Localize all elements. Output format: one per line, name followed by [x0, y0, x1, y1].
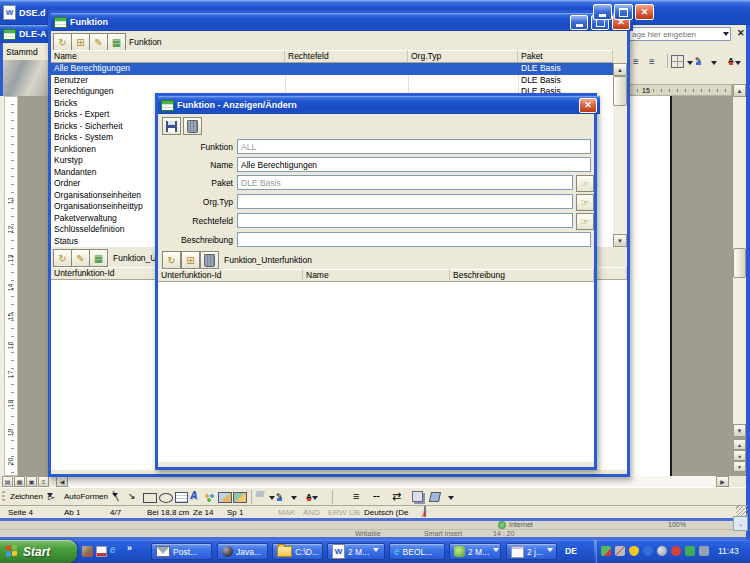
name-field[interactable]	[237, 157, 591, 172]
font-color-icon[interactable]	[306, 492, 312, 501]
list-scroll-down-icon[interactable]: ▼	[613, 234, 627, 247]
view-outline-icon[interactable]: ≡	[38, 476, 49, 487]
taskbar-button-group-2m[interactable]: 2 M...	[449, 543, 501, 560]
orgtyp-lookup-button[interactable]	[576, 194, 594, 211]
chevron-down-icon[interactable]: ⌄	[733, 516, 748, 531]
browse-object-icon[interactable]: ●	[733, 450, 746, 461]
dle-tab[interactable]: Stammd	[0, 43, 48, 60]
taskbar-button-word[interactable]: 2 M...	[327, 543, 385, 560]
taskbar-button-group-2j[interactable]: 2 j...	[506, 543, 557, 560]
clock[interactable]: 11:43	[718, 546, 739, 556]
dash-style-icon[interactable]	[373, 490, 380, 503]
dle-titlebar[interactable]: DLE-A	[0, 25, 54, 43]
taskbar-button-beol[interactable]: BEOL...	[389, 543, 445, 560]
scroll-down-icon[interactable]: ▼	[733, 424, 746, 437]
close-icon[interactable]	[579, 98, 597, 113]
quicklaunch-overflow-icon[interactable]: »	[127, 543, 132, 553]
list-scrollbar-thumb[interactable]	[613, 76, 627, 106]
scroll-left-icon[interactable]: ◀	[56, 476, 68, 487]
table-row[interactable]: BenutzerDLE Basis	[51, 75, 613, 87]
arrow-icon[interactable]	[128, 491, 136, 501]
view-weblayout-icon[interactable]: ▦	[14, 476, 25, 487]
tray-icon-8[interactable]	[699, 546, 709, 556]
beschreibung-field[interactable]	[237, 232, 591, 247]
tray-icon-1[interactable]	[601, 546, 611, 556]
wordart-icon[interactable]	[190, 490, 197, 501]
increase-indent-icon[interactable]	[649, 56, 655, 67]
delete-row-button[interactable]	[200, 251, 219, 269]
add-icon[interactable]	[71, 33, 90, 51]
column-header-paket[interactable]: Paket	[518, 50, 613, 63]
line-style-icon[interactable]	[353, 490, 358, 502]
taskbar-button-explorer[interactable]: C:\D...	[272, 543, 323, 560]
tray-icon-7[interactable]	[685, 546, 695, 556]
borders-icon[interactable]	[671, 55, 684, 68]
maximize-icon[interactable]	[614, 4, 633, 20]
hscroll-track[interactable]	[68, 476, 716, 487]
taskbar-button-post[interactable]: Post...	[151, 543, 212, 560]
highlight-dropdown-icon[interactable]	[711, 61, 717, 68]
column-header-name[interactable]: Name	[51, 50, 285, 63]
select-pointer-icon[interactable]: ▻	[44, 490, 59, 504]
browse-next-icon[interactable]: ▼	[733, 461, 746, 472]
edit-icon[interactable]	[71, 249, 90, 267]
view-printlayout-icon[interactable]: ▣	[26, 476, 37, 487]
table-icon[interactable]	[107, 33, 126, 51]
table-row[interactable]: Alle BerechtigungenDLE Basis	[51, 63, 613, 75]
oval-icon[interactable]	[159, 493, 173, 503]
toolbar-options-icon[interactable]	[448, 496, 454, 503]
tray-icon-5[interactable]	[657, 546, 667, 556]
scroll-up-icon[interactable]: ▲	[733, 84, 746, 97]
diagram-icon[interactable]	[204, 493, 215, 502]
column-header-unterfunktion-id[interactable]: Unterfunktion-Id	[158, 269, 303, 282]
close-icon[interactable]	[635, 4, 654, 20]
line-color-icon[interactable]	[276, 491, 283, 501]
tray-icon-6[interactable]	[671, 546, 681, 556]
refresh-icon[interactable]	[53, 249, 72, 267]
delete-button[interactable]	[183, 117, 202, 135]
highlight-icon[interactable]	[695, 55, 702, 65]
minimize-icon[interactable]	[570, 15, 588, 30]
add-icon[interactable]	[181, 251, 200, 269]
scrollbar-thumb[interactable]	[733, 248, 746, 278]
line-icon[interactable]	[113, 491, 118, 501]
orgtyp-field[interactable]	[237, 194, 573, 209]
column-header-beschreibung[interactable]: Beschreibung	[450, 269, 594, 282]
font-color-icon[interactable]	[728, 56, 734, 65]
shadow-style-icon[interactable]	[412, 491, 423, 502]
tray-icon-3[interactable]	[629, 546, 639, 556]
threed-style-icon[interactable]	[429, 492, 441, 502]
toolbar-handle[interactable]	[2, 491, 5, 503]
picture-icon[interactable]	[233, 492, 247, 503]
fill-color-dropdown-icon[interactable]	[269, 496, 275, 503]
decrease-indent-icon[interactable]	[633, 56, 639, 67]
clipart-icon[interactable]	[218, 492, 232, 503]
scroll-right-icon[interactable]: ▶	[716, 476, 729, 487]
tray-icon-2[interactable]	[615, 546, 625, 556]
view-normal-icon[interactable]: ▤	[2, 476, 13, 487]
borders-dropdown-icon[interactable]	[687, 61, 693, 68]
save-button[interactable]	[162, 117, 181, 135]
dialog-titlebar[interactable]: Funktion - Anzeigen/Ändern	[158, 96, 600, 114]
arrow-style-icon[interactable]	[392, 490, 401, 503]
taskbar-button-java[interactable]: Java...	[217, 543, 268, 560]
rechtefeld-field[interactable]	[237, 213, 573, 228]
quicklaunch-icon-2[interactable]	[96, 546, 107, 557]
textbox-icon[interactable]	[175, 492, 188, 503]
refresh-icon[interactable]	[53, 33, 72, 51]
tray-icon-4[interactable]	[643, 546, 653, 556]
quicklaunch-icon-1[interactable]	[82, 546, 93, 557]
line-color-dropdown-icon[interactable]	[291, 496, 297, 503]
column-header-name[interactable]: Name	[303, 269, 450, 282]
quicklaunch-icon-3[interactable]	[110, 544, 116, 555]
list-scroll-up-icon[interactable]: ▲	[613, 63, 627, 76]
font-color-dropdown-icon[interactable]	[735, 61, 741, 68]
close-question-icon[interactable]	[737, 28, 745, 38]
refresh-icon[interactable]	[162, 251, 181, 269]
rectangle-icon[interactable]	[143, 493, 157, 503]
browse-previous-icon[interactable]: ▲	[733, 439, 746, 450]
chevron-down-icon[interactable]	[723, 32, 729, 39]
column-header-rechtefeld[interactable]: Rechtefeld	[285, 50, 408, 63]
edit-icon[interactable]	[89, 33, 108, 51]
question-input[interactable]	[628, 27, 731, 41]
